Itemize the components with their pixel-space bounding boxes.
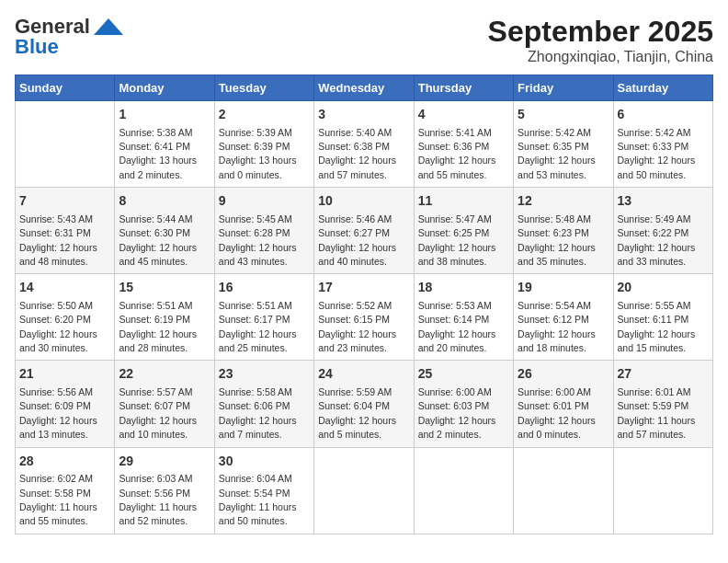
title-block: September 2025 Zhongxinqiao, Tianjin, Ch… [488, 15, 713, 65]
day-number: 27 [618, 365, 709, 384]
day-number: 25 [418, 365, 509, 384]
calendar-week-row: 14Sunrise: 5:50 AM Sunset: 6:20 PM Dayli… [16, 274, 713, 361]
day-number: 29 [119, 453, 210, 471]
calendar-cell: 27Sunrise: 6:01 AM Sunset: 5:59 PM Dayli… [613, 361, 712, 447]
calendar-cell: 22Sunrise: 5:57 AM Sunset: 6:07 PM Dayli… [115, 361, 214, 447]
calendar-cell [414, 447, 513, 534]
calendar-cell [314, 447, 414, 534]
logo: General Blue [15, 15, 125, 59]
day-number: 6 [618, 106, 709, 124]
day-number: 8 [119, 192, 210, 211]
day-info: Sunrise: 5:45 AM Sunset: 6:28 PM Dayligh… [219, 213, 297, 267]
day-info: Sunrise: 5:56 AM Sunset: 6:09 PM Dayligh… [19, 386, 97, 440]
day-number: 21 [19, 365, 110, 384]
day-number: 16 [219, 279, 310, 297]
calendar-week-row: 1Sunrise: 5:38 AM Sunset: 6:41 PM Daylig… [16, 101, 713, 188]
day-number: 14 [19, 279, 110, 297]
day-number: 2 [219, 106, 310, 124]
calendar-body: 1Sunrise: 5:38 AM Sunset: 6:41 PM Daylig… [16, 101, 713, 534]
calendar-cell: 17Sunrise: 5:52 AM Sunset: 6:15 PM Dayli… [314, 274, 414, 361]
day-number: 22 [119, 365, 210, 384]
weekday-header: Wednesday [314, 75, 414, 101]
calendar-cell: 14Sunrise: 5:50 AM Sunset: 6:20 PM Dayli… [16, 274, 115, 361]
day-info: Sunrise: 5:51 AM Sunset: 6:19 PM Dayligh… [119, 300, 197, 353]
calendar-cell: 13Sunrise: 5:49 AM Sunset: 6:22 PM Dayli… [613, 188, 712, 274]
svg-marker-0 [94, 18, 123, 35]
calendar-cell: 25Sunrise: 6:00 AM Sunset: 6:03 PM Dayli… [414, 361, 513, 447]
weekday-header: Thursday [414, 75, 513, 101]
weekday-header: Monday [115, 75, 214, 101]
day-number: 20 [618, 279, 709, 297]
calendar-cell: 29Sunrise: 6:03 AM Sunset: 5:56 PM Dayli… [115, 447, 214, 534]
calendar-cell: 24Sunrise: 5:59 AM Sunset: 6:04 PM Dayli… [314, 361, 414, 447]
calendar-cell: 18Sunrise: 5:53 AM Sunset: 6:14 PM Dayli… [414, 274, 513, 361]
calendar-cell: 8Sunrise: 5:44 AM Sunset: 6:30 PM Daylig… [115, 188, 214, 274]
calendar-cell: 4Sunrise: 5:41 AM Sunset: 6:36 PM Daylig… [414, 101, 513, 188]
day-info: Sunrise: 5:55 AM Sunset: 6:11 PM Dayligh… [618, 300, 696, 353]
calendar-cell: 20Sunrise: 5:55 AM Sunset: 6:11 PM Dayli… [613, 274, 712, 361]
day-number: 26 [518, 365, 609, 384]
day-info: Sunrise: 6:00 AM Sunset: 6:03 PM Dayligh… [418, 386, 496, 440]
calendar-cell: 28Sunrise: 6:02 AM Sunset: 5:58 PM Dayli… [16, 447, 115, 534]
calendar-cell: 10Sunrise: 5:46 AM Sunset: 6:27 PM Dayli… [314, 188, 414, 274]
calendar-cell: 19Sunrise: 5:54 AM Sunset: 6:12 PM Dayli… [514, 274, 613, 361]
calendar-cell: 15Sunrise: 5:51 AM Sunset: 6:19 PM Dayli… [115, 274, 214, 361]
day-info: Sunrise: 6:00 AM Sunset: 6:01 PM Dayligh… [518, 386, 596, 440]
day-number: 18 [418, 279, 509, 297]
day-number: 23 [219, 365, 310, 384]
day-info: Sunrise: 5:54 AM Sunset: 6:12 PM Dayligh… [518, 300, 596, 353]
day-number: 9 [219, 192, 310, 211]
page-header: General Blue September 2025 Zhongxinqiao… [15, 15, 713, 65]
day-info: Sunrise: 6:04 AM Sunset: 5:54 PM Dayligh… [219, 473, 297, 526]
day-number: 28 [19, 453, 110, 471]
day-number: 10 [318, 192, 409, 211]
calendar-cell: 30Sunrise: 6:04 AM Sunset: 5:54 PM Dayli… [214, 447, 313, 534]
calendar-cell [613, 447, 712, 534]
day-info: Sunrise: 5:43 AM Sunset: 6:31 PM Dayligh… [19, 213, 97, 267]
weekday-header: Tuesday [214, 75, 313, 101]
day-info: Sunrise: 5:41 AM Sunset: 6:36 PM Dayligh… [418, 127, 496, 180]
day-number: 24 [318, 365, 409, 384]
day-number: 19 [518, 279, 609, 297]
calendar-week-row: 7Sunrise: 5:43 AM Sunset: 6:31 PM Daylig… [16, 188, 713, 274]
day-info: Sunrise: 5:53 AM Sunset: 6:14 PM Dayligh… [418, 300, 496, 353]
day-number: 4 [418, 106, 509, 124]
day-info: Sunrise: 5:46 AM Sunset: 6:27 PM Dayligh… [318, 213, 396, 267]
calendar-cell: 6Sunrise: 5:42 AM Sunset: 6:33 PM Daylig… [613, 101, 712, 188]
calendar-header: SundayMondayTuesdayWednesdayThursdayFrid… [16, 75, 713, 101]
calendar-cell: 3Sunrise: 5:40 AM Sunset: 6:38 PM Daylig… [314, 101, 414, 188]
logo-icon [92, 17, 125, 37]
calendar-cell [16, 101, 115, 188]
calendar-cell: 11Sunrise: 5:47 AM Sunset: 6:25 PM Dayli… [414, 188, 513, 274]
logo-blue: Blue [15, 35, 59, 59]
day-number: 12 [518, 192, 609, 211]
day-info: Sunrise: 5:40 AM Sunset: 6:38 PM Dayligh… [318, 127, 396, 180]
header-row: SundayMondayTuesdayWednesdayThursdayFrid… [16, 75, 713, 101]
calendar-table: SundayMondayTuesdayWednesdayThursdayFrid… [15, 75, 713, 534]
calendar-cell [514, 447, 613, 534]
day-info: Sunrise: 5:57 AM Sunset: 6:07 PM Dayligh… [119, 386, 197, 440]
day-info: Sunrise: 6:01 AM Sunset: 5:59 PM Dayligh… [618, 386, 696, 440]
calendar-cell: 23Sunrise: 5:58 AM Sunset: 6:06 PM Dayli… [214, 361, 313, 447]
calendar-week-row: 21Sunrise: 5:56 AM Sunset: 6:09 PM Dayli… [16, 361, 713, 447]
day-info: Sunrise: 5:49 AM Sunset: 6:22 PM Dayligh… [618, 213, 696, 267]
calendar-cell: 5Sunrise: 5:42 AM Sunset: 6:35 PM Daylig… [514, 101, 613, 188]
day-number: 3 [318, 106, 409, 124]
day-info: Sunrise: 5:44 AM Sunset: 6:30 PM Dayligh… [119, 213, 197, 267]
day-number: 15 [119, 279, 210, 297]
calendar-cell: 16Sunrise: 5:51 AM Sunset: 6:17 PM Dayli… [214, 274, 313, 361]
day-info: Sunrise: 6:02 AM Sunset: 5:58 PM Dayligh… [19, 473, 97, 526]
day-info: Sunrise: 5:52 AM Sunset: 6:15 PM Dayligh… [318, 300, 396, 353]
calendar-cell: 12Sunrise: 5:48 AM Sunset: 6:23 PM Dayli… [514, 188, 613, 274]
day-info: Sunrise: 5:38 AM Sunset: 6:41 PM Dayligh… [119, 127, 197, 180]
day-number: 1 [119, 106, 210, 124]
day-info: Sunrise: 5:48 AM Sunset: 6:23 PM Dayligh… [518, 213, 596, 267]
day-info: Sunrise: 6:03 AM Sunset: 5:56 PM Dayligh… [119, 473, 197, 526]
day-info: Sunrise: 5:59 AM Sunset: 6:04 PM Dayligh… [318, 386, 396, 440]
weekday-header: Saturday [613, 75, 712, 101]
weekday-header: Friday [514, 75, 613, 101]
calendar-cell: 2Sunrise: 5:39 AM Sunset: 6:39 PM Daylig… [214, 101, 313, 188]
calendar-cell: 7Sunrise: 5:43 AM Sunset: 6:31 PM Daylig… [16, 188, 115, 274]
day-info: Sunrise: 5:42 AM Sunset: 6:33 PM Dayligh… [618, 127, 696, 180]
day-number: 7 [19, 192, 110, 211]
